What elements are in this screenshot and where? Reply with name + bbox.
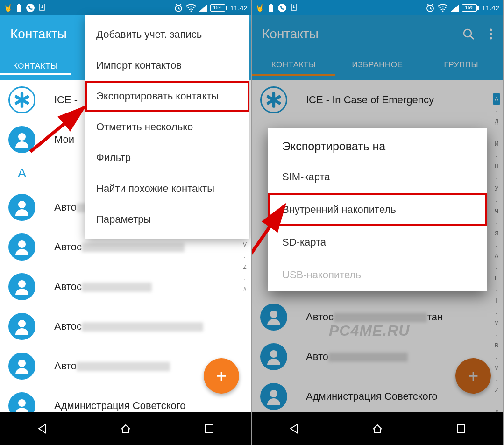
clock-text: 11:42 (230, 4, 248, 12)
index-letter[interactable]: V (493, 362, 500, 374)
svg-point-27 (490, 33, 492, 35)
index-letter[interactable]: . (493, 351, 500, 362)
contact-name: Мои (54, 134, 74, 146)
battery-pct: 15% (210, 4, 225, 12)
index-letter[interactable]: . (241, 273, 248, 284)
index-letter[interactable]: И (493, 138, 500, 149)
menu-filter[interactable]: Фильтр (85, 142, 249, 173)
svg-point-26 (490, 29, 492, 31)
screen-right: 🤘 15% 11:42 Контакты КОНТАКТЫ (252, 0, 504, 445)
status-bar: 🤘 15% 11:42 (252, 0, 503, 15)
add-contact-fab[interactable]: + (204, 358, 239, 394)
tab-contacts[interactable]: КОНТАКТЫ (252, 60, 335, 72)
index-letter[interactable]: . (493, 284, 500, 295)
plus-icon: + (468, 366, 478, 386)
menu-settings[interactable]: Параметры (85, 204, 249, 235)
recents-button[interactable] (202, 422, 216, 436)
index-letter[interactable]: . (493, 217, 500, 228)
contact-row-ice[interactable]: ICE - In Case of Emergency (252, 80, 503, 120)
dialog-title: Экспортировать на (268, 128, 487, 161)
clock-text: 11:42 (482, 4, 499, 12)
contact-row[interactable]: Автос (0, 267, 251, 306)
svg-rect-0 (17, 5, 21, 12)
index-letter[interactable]: Я (493, 228, 500, 239)
index-letter[interactable]: Z (241, 261, 248, 273)
viber-icon (277, 3, 287, 13)
menu-add-account[interactable]: Добавить учет. запись (85, 19, 249, 50)
alarm-icon (174, 3, 183, 13)
contact-name: Автостан (306, 311, 443, 323)
plus-icon: + (216, 366, 227, 386)
index-letter[interactable]: # (241, 284, 248, 295)
rock-hand-icon: 🤘 (4, 4, 13, 12)
index-letter[interactable]: . (493, 306, 500, 318)
search-icon[interactable] (462, 28, 475, 41)
index-letter[interactable]: У (493, 183, 500, 194)
add-contact-fab[interactable]: + (455, 358, 491, 394)
index-letter[interactable]: . (493, 105, 500, 116)
home-button[interactable] (119, 422, 133, 436)
home-button[interactable] (370, 422, 384, 436)
signal-icon (451, 4, 459, 12)
menu-find-similar[interactable]: Найти похожие контакты (85, 173, 249, 204)
index-letter[interactable]: . (493, 261, 500, 273)
index-letter[interactable]: . (493, 329, 500, 340)
back-button[interactable] (287, 422, 301, 436)
contact-row[interactable]: Автос (0, 306, 251, 346)
dialog-option-sd[interactable]: SD-карта (268, 226, 487, 259)
export-dialog: Экспортировать на SIM-карта Внутренний н… (268, 128, 487, 291)
index-letter[interactable]: А (493, 93, 500, 105)
index-letter[interactable]: . (493, 374, 500, 385)
index-letter[interactable]: . (493, 239, 500, 250)
tab-favorites[interactable]: ИЗБРАННОЕ (335, 60, 419, 72)
more-icon[interactable] (489, 28, 493, 40)
page-title: Контакты (262, 27, 319, 42)
contact-name: Авто (54, 360, 170, 372)
svg-point-9 (18, 133, 26, 141)
section-letter: А (8, 160, 35, 187)
index-letter[interactable]: Е (493, 273, 500, 284)
menu-export[interactable]: Экспортировать контакты (85, 81, 249, 112)
index-letter[interactable]: . (493, 172, 500, 183)
menu-import[interactable]: Импорт контактов (85, 50, 249, 81)
contact-name: ICE - (54, 94, 78, 106)
alpha-index[interactable]: А.Д.И.П.У.Ч.Я.А.Е.I.М.R.V.Z.# (493, 93, 500, 418)
contact-name: Автос (54, 320, 203, 332)
index-letter[interactable]: П (493, 161, 500, 172)
contact-name: Администрация Советского (306, 390, 438, 403)
svg-point-20 (278, 4, 286, 12)
svg-rect-17 (206, 425, 213, 432)
person-icon (260, 343, 287, 370)
index-letter[interactable]: V (241, 239, 248, 250)
index-letter[interactable]: . (493, 127, 500, 138)
person-icon (260, 383, 287, 410)
tab-contacts[interactable]: КОНТАКТЫ (0, 62, 71, 71)
menu-select-multiple[interactable]: Отметить несколько (85, 112, 249, 142)
dialog-option-sim[interactable]: SIM-карта (268, 161, 487, 193)
svg-point-33 (270, 350, 277, 358)
svg-rect-36 (457, 425, 465, 432)
tab-groups[interactable]: ГРУППЫ (419, 60, 503, 72)
index-letter[interactable]: Ч (493, 205, 500, 217)
wifi-icon (186, 4, 196, 12)
index-letter[interactable]: R (493, 340, 500, 351)
back-button[interactable] (35, 422, 49, 436)
index-letter[interactable]: М (493, 318, 500, 329)
dialog-option-internal[interactable]: Внутренний накопитель (268, 193, 487, 226)
person-icon (8, 233, 35, 261)
download-icon (291, 4, 297, 12)
index-letter[interactable]: . (493, 149, 500, 161)
svg-point-15 (18, 399, 26, 407)
recents-button[interactable] (454, 422, 468, 436)
index-letter[interactable]: I (493, 295, 500, 306)
index-letter[interactable]: . (493, 194, 500, 205)
index-letter[interactable]: А (493, 250, 500, 261)
index-letter[interactable]: Z (493, 385, 500, 396)
index-letter[interactable]: . (241, 250, 248, 261)
star-of-life-icon (8, 86, 35, 113)
svg-point-13 (18, 320, 26, 327)
svg-point-14 (18, 360, 26, 367)
index-letter[interactable]: . (493, 396, 500, 407)
battery-saver-icon (16, 4, 22, 12)
index-letter[interactable]: Д (493, 116, 500, 127)
